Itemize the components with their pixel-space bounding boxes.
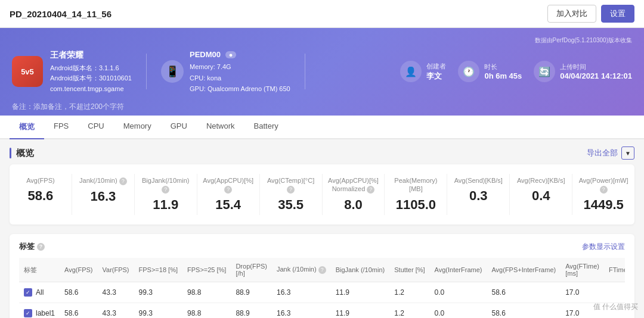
top-bar: PD_20210404_14_11_56 加入对比 设置 [0,0,644,28]
col-var-fps: Var(FPS) [98,258,134,282]
duration-value: 0h 6m 45s [484,71,522,80]
stat-avg-power-label: Avg(Power)[mW] ? [577,176,630,194]
ctemp-help-icon[interactable]: ? [287,186,295,194]
data-source-note: 数据由PerfDog(5.1.210300)版本收集 [535,37,632,43]
row-label1-stutter: 1.2 [389,303,429,318]
table-row: All 58.6 43.3 99.3 98.8 88.9 16.3 11.9 1… [19,282,625,303]
col-avg-fps-interframe: Avg(FPS+InterFrame) [487,258,561,282]
col-avg-ftime: Avg(FTime)[ms] [561,258,604,282]
remarks-text: 备注：添加备注，不超过200个字符 [12,102,124,111]
header-top: 5v5 王者荣耀 Android版本名：3.1.1.6 Android版本号：3… [12,48,632,95]
creator-label: 创建者 [426,62,446,71]
row-all-avg-interframe: 0.0 [430,282,487,303]
overview-section-header: 概览 导出全部 ▼ [10,139,634,164]
add-compare-button[interactable]: 加入对比 [547,5,596,23]
upload-time-detail: 上传时间 04/04/2021 14:12:01 [560,63,632,80]
device-info: 📱 PEDM00 ● Memory: 7.4G CPU: kona GPU: Q… [161,48,290,95]
checkbox-cell-label1: label1 [24,309,55,317]
app-package-name: com.tencent.tmgp.sgame [50,84,132,95]
creator-icon: 👤 [400,61,422,82]
app-info: 5v5 王者荣耀 Android版本名：3.1.1.6 Android版本号：3… [12,48,132,94]
tabs-bar: 概览 FPS CPU Memory GPU Network Battery [0,116,644,139]
device-badge: ● [225,51,237,58]
col-label: 标签 [19,258,60,282]
phone-icon: 📱 [161,60,184,83]
row-all-avg-fps-interframe: 58.6 [487,282,561,303]
upload-time-item: 🔄 上传时间 04/04/2021 14:12:01 [534,61,632,82]
clock-icon: 🕐 [458,61,479,82]
appcpu-help-icon[interactable]: ? [224,186,232,194]
tab-memory[interactable]: Memory [114,116,161,139]
stat-avg-power-value: 1449.5 [577,197,630,213]
page-title: PD_20210404_14_11_56 [10,9,112,19]
app-android-version: Android版本名：3.1.1.6 [50,63,132,74]
row-label1-drop-fps: 88.9 [231,303,272,318]
row-label1-fps25: 98.8 [182,303,231,318]
labels-header: 标签 ? 参数显示设置 [19,241,625,252]
export-dropdown-button[interactable]: ▼ [621,146,634,160]
app-icon: 5v5 [12,56,43,87]
row-label1-jank: 16.3 [272,303,331,318]
col-ftime-over: FTime> [604,258,625,282]
stat-avg-fps-value: 58.6 [14,188,67,204]
export-all-button[interactable]: 导出全部 [587,148,618,158]
overview-title: 概览 [10,148,34,159]
stat-avg-power: Avg(Power)[mW] ? 1449.5 [572,174,634,215]
jank-col-help-icon[interactable]: ? [318,266,326,274]
row-label1-var-fps: 43.3 [98,303,134,318]
labels-title: 标签 ? [19,241,45,252]
stat-bigjank-label: BigJank(/10min) ? [140,176,192,194]
row-all-label: All [19,282,60,303]
stat-bigjank: BigJank(/10min) ? 11.9 [135,174,197,215]
app-name: 王者荣耀 [50,48,132,61]
tab-fps[interactable]: FPS [44,116,78,139]
stat-avg-appcpu-norm-label: Avg(AppCPU)[%]Normalized ? [327,176,380,194]
params-settings-link[interactable]: 参数显示设置 [582,242,625,252]
col-bigjank: BigJank (/10min) [331,258,390,282]
stat-avg-send: Avg(Send)[KB/s] 0.3 [447,174,510,215]
tab-overview[interactable]: 概览 [10,116,44,139]
stat-peak-memory: Peak(Memory)[MB] 1105.0 [385,174,447,215]
row-label1-avg-fps-interframe: 58.6 [487,303,561,318]
tab-cpu[interactable]: CPU [78,116,113,139]
row-all-fps25: 98.8 [182,282,231,303]
stat-jank-label: Jank(/10min) ? [77,176,129,185]
tab-battery[interactable]: Battery [244,116,288,139]
upload-icon: 🔄 [534,61,555,82]
labels-section: 标签 ? 参数显示设置 标签 Avg(FPS) Var(FPS) FPS>=18… [10,234,634,318]
row-all-stutter: 1.2 [389,282,429,303]
row-all-jank: 16.3 [272,282,331,303]
checkbox-all[interactable] [24,288,32,297]
bigjank-help-icon[interactable]: ? [162,186,169,194]
meta-items: 👤 创建者 李文 🕐 时长 0h 6m 45s 🔄 上传时间 04/ [320,61,632,82]
device-cpu: CPU: kona [190,73,290,84]
row-label1-avg-fps: 58.6 [60,303,97,318]
stat-avg-recv-value: 0.4 [515,188,567,204]
settings-button[interactable]: 设置 [601,5,634,23]
checkbox-label1[interactable] [24,309,32,317]
upload-time-value: 04/04/2021 14:12:01 [560,71,632,80]
jank-help-icon[interactable]: ? [119,177,127,185]
table-row: label1 58.6 43.3 99.3 98.8 88.9 16.3 11.… [19,303,625,318]
row-label1-bigjank: 11.9 [331,303,390,318]
row-label1-fps18: 99.3 [134,303,182,318]
remarks-bar: 备注：添加备注，不超过200个字符 [12,98,632,116]
app-android-version-code: Android版本号：301010601 [50,73,132,84]
header-panel: 数据由PerfDog(5.1.210300)版本收集 5v5 王者荣耀 Andr… [0,28,644,116]
duration-item: 🕐 时长 0h 6m 45s [458,61,522,82]
upload-time-label: 上传时间 [560,63,632,71]
tab-gpu[interactable]: GPU [161,116,197,139]
stat-peak-memory-value: 1105.0 [389,197,442,213]
label-label1: label1 [36,309,55,317]
row-all-bigjank: 11.9 [331,282,390,303]
labels-help-icon[interactable]: ? [37,243,45,251]
creator-detail: 创建者 李文 [426,62,446,82]
top-bar-actions: 加入对比 设置 [547,5,634,23]
appcpu-norm-help-icon[interactable]: ? [367,186,374,194]
stat-avg-appcpu: Avg(AppCPU)[%] ? 15.4 [197,174,260,215]
app-icon-text: 5v5 [21,67,34,76]
device-gpu: GPU: Qualcomm Adreno (TM) 650 [190,83,290,95]
power-help-icon[interactable]: ? [600,186,608,194]
divider-1 [146,54,147,89]
tab-network[interactable]: Network [197,116,244,139]
